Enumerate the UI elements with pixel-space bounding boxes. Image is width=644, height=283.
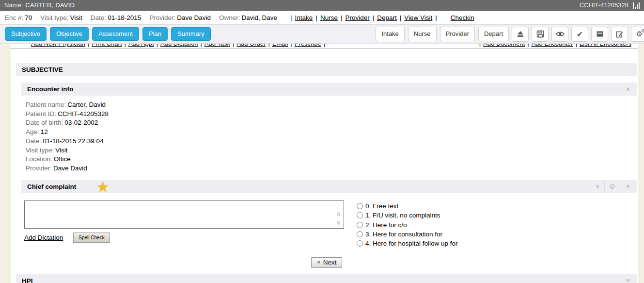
add-appt-link[interactable]: Add Appt <box>128 44 154 47</box>
option-consultation[interactable]: 3. Here for consultation for <box>357 230 458 239</box>
close-icon[interactable]: ✕ <box>625 277 631 283</box>
option-fu-visit[interactable]: 1. F/U visit, no complaints <box>357 211 458 220</box>
separator: | <box>233 44 234 47</box>
add-encounter-link[interactable]: Add Encounter <box>532 44 573 47</box>
hpi-title: HPI <box>22 277 33 283</box>
separator: | <box>290 14 292 21</box>
field-row: Patient name:Carter, David <box>26 100 637 110</box>
radio-consultation[interactable] <box>357 231 363 237</box>
chief-complaint-body: ∧ ∨ Add Dictation Spell Check 0. Free te… <box>21 193 637 249</box>
quick-links-row: Add New Physician|Print Chart|Add Appt|A… <box>11 44 638 49</box>
collapse-chevron-icon[interactable]: » <box>594 184 602 189</box>
chief-complaint-header: Chief complaint ★ » ⊘ ✕ <box>21 180 637 193</box>
add-dictation-link-top[interactable]: Add Dictation <box>160 44 198 47</box>
view-visit-link[interactable]: View Visit <box>404 14 432 21</box>
name-label: Name: <box>4 1 23 9</box>
intake-button[interactable]: Intake <box>376 27 404 41</box>
patient-header-bar: Name: CARTER, DAVID CCHIT-41205328 <box>0 0 644 11</box>
eject-icon <box>517 30 524 38</box>
chief-complaint-title: Chief complaint <box>27 183 76 190</box>
radio-here-for-co[interactable] <box>357 222 363 228</box>
add-new-physician-link[interactable]: Add New Physician <box>31 44 85 47</box>
separator: | <box>479 44 481 47</box>
confirm-button[interactable]: ✔ <box>571 27 588 42</box>
option-free-text[interactable]: 0. Free text <box>357 201 458 211</box>
list-all-encounters-link[interactable]: List All Encounters <box>580 44 631 47</box>
intake-link[interactable]: Intake <box>295 14 313 21</box>
encounter-summary-bar: Enc #:70 Visit type:Visit Date:01-18-201… <box>0 11 644 25</box>
field-row: Provider:Dave David <box>26 164 637 173</box>
separator: | <box>200 44 202 47</box>
view-button[interactable] <box>551 27 568 42</box>
radio-free-text[interactable] <box>357 203 363 209</box>
nurse-button[interactable]: Nurse <box>408 27 437 41</box>
divider <box>604 180 605 193</box>
settings-button[interactable]: ⚙⚙ <box>631 27 644 42</box>
tab-summary[interactable]: Summary <box>171 27 211 41</box>
bar-chart-icon[interactable] <box>633 2 640 9</box>
prescribe-link[interactable]: Prescribe <box>295 44 321 47</box>
field-row: Visit type:Visit <box>26 146 637 155</box>
archive-icon <box>596 30 604 38</box>
patient-name-link[interactable]: CARTER, DAVID <box>25 1 75 9</box>
archive-button[interactable] <box>591 27 608 42</box>
provider-button[interactable]: Provider <box>440 27 475 41</box>
close-icon[interactable]: ✕ <box>625 86 631 93</box>
separator: | <box>125 44 126 47</box>
spell-check-button[interactable]: Spell Check <box>73 233 110 243</box>
radio-fu-visit[interactable] <box>357 212 363 218</box>
nurse-link[interactable]: Nurse <box>320 14 338 21</box>
option-here-for-co[interactable]: 2. Here for c/o <box>357 220 458 229</box>
chief-complaint-options: 0. Free text 1. F/U visit, no complaints… <box>357 200 458 249</box>
save-button[interactable] <box>532 27 549 42</box>
option-hospital-followup[interactable]: 4. Here for hospital follow up for <box>357 239 458 248</box>
date-label: Date: <box>91 14 106 21</box>
separator: | <box>373 14 375 21</box>
separator: | <box>315 14 317 21</box>
chief-complaint-textarea[interactable] <box>24 200 344 229</box>
separator: | <box>527 44 529 47</box>
tab-assessment[interactable]: Assessment <box>92 27 139 41</box>
scroll-down-icon[interactable]: ∨ <box>336 219 341 226</box>
add-dictation-link[interactable]: Add Dictation <box>24 234 63 241</box>
separator: | <box>576 44 577 47</box>
depart-link[interactable]: Depart <box>377 14 397 21</box>
separator: | <box>268 44 269 47</box>
tab-objective[interactable]: Objective <box>50 27 89 41</box>
radio-hospital-followup[interactable] <box>357 240 363 247</box>
disable-icon[interactable]: ⊘ <box>609 182 615 191</box>
eject-button[interactable] <box>512 27 529 42</box>
email-link[interactable]: Email <box>272 44 288 47</box>
checkin-link[interactable]: Checkin <box>451 14 474 21</box>
field-row: Date of birth:03-02-2002 <box>26 118 637 128</box>
provider-value: Dave David <box>177 14 211 21</box>
print-chart-link[interactable]: Print Chart <box>92 44 122 47</box>
separator: | <box>290 44 292 47</box>
tab-subjective[interactable]: Subjective <box>5 27 47 41</box>
field-row: Date:01-18-2015 22:39:04 <box>26 137 637 146</box>
depart-button[interactable]: Depart <box>478 27 509 41</box>
enc-number-label: Enc #: <box>5 14 23 21</box>
provider-link[interactable]: Provider <box>345 14 369 21</box>
field-row: Location:Office <box>26 155 637 164</box>
encounter-info-title: Encounter info <box>27 85 73 93</box>
close-icon[interactable]: ✕ <box>625 183 631 190</box>
subjective-title: SUBJECTIVE <box>22 66 63 73</box>
encounter-info-fields: Patient name:Carter, David Patient ID:CC… <box>21 96 637 177</box>
separator: | <box>88 44 89 47</box>
separator: | <box>341 14 343 21</box>
add-task-link[interactable]: Add Task <box>204 44 230 47</box>
field-row: Age:12 <box>26 128 637 137</box>
page-background: Add New Physician|Print Chart|Add Appt|A… <box>0 44 644 283</box>
tab-plan[interactable]: Plan <box>142 27 168 41</box>
compose-button[interactable] <box>611 27 628 42</box>
scroll-up-icon[interactable]: ∧ <box>336 210 341 217</box>
field-row: Patient ID:CCHIT-41205328 <box>26 110 637 119</box>
separator: | <box>435 14 437 21</box>
hpi-section-header: HPI ✕ <box>16 274 637 283</box>
add-document-link[interactable]: Add Document <box>483 44 525 47</box>
next-button[interactable]: » Next <box>311 257 343 268</box>
owner-value: David, Dave <box>242 14 278 21</box>
soap-toolbar: Subjective Objective Assessment Plan Sum… <box>0 25 644 44</box>
add-order-link[interactable]: Add Order <box>236 44 266 47</box>
